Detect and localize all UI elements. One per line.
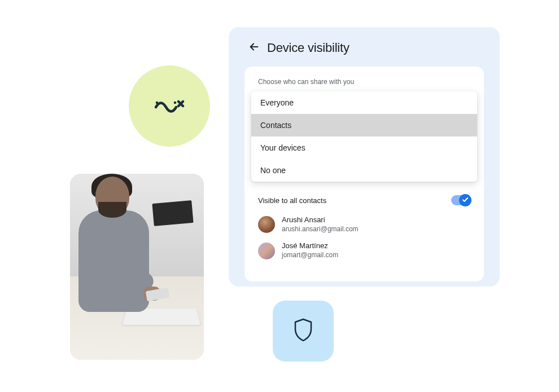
device-visibility-panel: Device visibility Choose who can share w… (229, 27, 500, 287)
visibility-dropdown: Everyone Contacts Your devices No one (251, 91, 477, 182)
arrow-left-icon (248, 41, 260, 55)
visible-to-all-toggle[interactable] (451, 195, 470, 205)
page-title: Device visibility (267, 41, 350, 55)
contact-name: José Martínez (282, 241, 338, 251)
contact-info: Arushi Ansari arushi.ansari@gmail.com (282, 215, 359, 234)
decorative-green-circle (129, 65, 210, 147)
contact-row[interactable]: Arushi Ansari arushi.ansari@gmail.com (258, 215, 470, 234)
back-button[interactable] (248, 42, 260, 54)
visible-to-all-row: Visible to all contacts (258, 195, 470, 205)
option-contacts[interactable]: Contacts (251, 114, 477, 136)
panel-header: Device visibility (248, 41, 484, 55)
check-icon (462, 195, 469, 205)
contact-row[interactable]: José Martínez jomart@gmail.com (258, 241, 470, 259)
option-your-devices[interactable]: Your devices (251, 136, 477, 159)
wave-icon (154, 97, 185, 115)
option-no-one[interactable]: No one (251, 159, 477, 182)
shield-tile (273, 301, 334, 362)
avatar (258, 216, 275, 233)
toggle-knob (459, 194, 471, 206)
contact-name: Arushi Ansari (282, 215, 359, 225)
share-section-label: Choose who can share with you (258, 78, 470, 86)
avatar (258, 243, 275, 259)
visible-to-all-label: Visible to all contacts (258, 196, 326, 205)
contact-info: José Martínez jomart@gmail.com (282, 241, 338, 259)
svg-point-1 (174, 102, 177, 104)
settings-card: Choose who can share with you Everyone C… (244, 67, 484, 281)
shield-icon (293, 318, 313, 344)
contact-email: jomart@gmail.com (282, 251, 338, 260)
decorative-photo (70, 174, 204, 360)
contact-email: arushi.ansari@gmail.com (282, 225, 359, 234)
svg-point-0 (156, 102, 159, 104)
option-everyone[interactable]: Everyone (251, 91, 477, 114)
